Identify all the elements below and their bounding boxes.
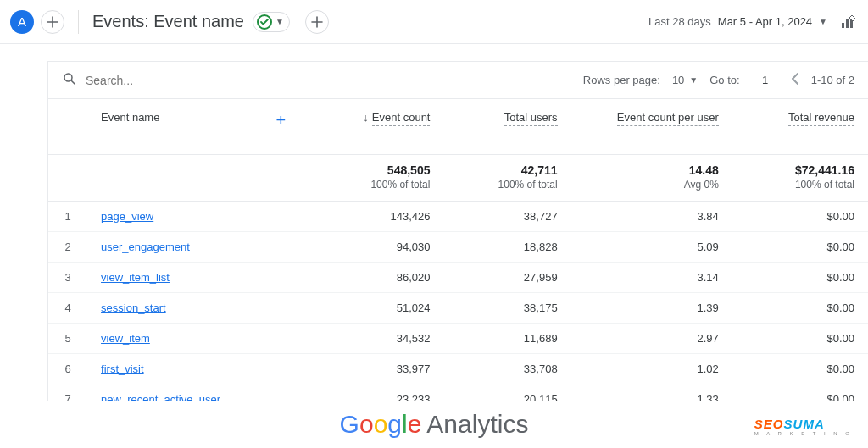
col-header-event-count-per-user[interactable]: Event count per user — [571, 99, 732, 155]
add-segment-button[interactable] — [305, 10, 329, 34]
row-index: 5 — [48, 324, 87, 354]
plus-icon — [47, 16, 58, 28]
chevron-left-icon — [791, 73, 799, 85]
event-count-cell: 51,024 — [299, 293, 443, 324]
total-users-cell: 18,828 — [443, 232, 570, 263]
watermark: SEOSUMA M A R K E T I N G — [754, 417, 853, 436]
totals-row: 548,505100% of total 42,711100% of total… — [48, 155, 868, 202]
rows-per-page-label: Rows per page: — [583, 74, 660, 86]
event-count-cell: 34,532 — [299, 324, 443, 354]
revenue-cell: $0.00 — [732, 232, 868, 263]
check-circle-icon — [257, 14, 272, 30]
svg-point-3 — [64, 74, 72, 81]
google-logo: Google — [340, 410, 422, 439]
event-link[interactable]: user_engagement — [101, 241, 190, 253]
revenue-cell: $0.00 — [732, 202, 868, 232]
table-row: 4session_start51,02438,1751.39$0.00 — [48, 293, 868, 324]
per-user-cell: 3.84 — [571, 202, 732, 232]
date-range-picker[interactable]: Last 28 days Mar 5 - Apr 1, 2024 ▼ — [648, 15, 827, 28]
col-header-total-users[interactable]: Total users — [443, 99, 570, 155]
page-range: 1-10 of 2 — [811, 74, 854, 86]
row-index: 4 — [48, 293, 87, 324]
svg-rect-0 — [842, 23, 844, 28]
prev-page-button[interactable] — [791, 71, 799, 89]
revenue-cell: $0.00 — [732, 324, 868, 354]
plus-icon — [311, 16, 323, 28]
total-users-cell: 38,175 — [443, 293, 570, 324]
event-count-cell: 94,030 — [299, 232, 443, 263]
divider — [78, 10, 79, 34]
col-header-event-count[interactable]: ↓Event count — [299, 99, 443, 155]
row-index: 2 — [48, 232, 87, 263]
svg-line-4 — [71, 80, 75, 84]
report-title-group: Events: Event name ▼ — [92, 10, 329, 34]
event-name-cell: session_start — [87, 293, 299, 324]
table-row: 3view_item_list86,02027,9593.14$0.00 — [48, 263, 868, 293]
chevron-down-icon: ▼ — [275, 17, 284, 26]
event-name-cell: page_view — [87, 202, 299, 232]
event-count-cell: 33,977 — [299, 354, 443, 384]
row-index: 6 — [48, 354, 87, 384]
svg-rect-1 — [846, 19, 849, 28]
total-users-cell: 11,689 — [443, 324, 570, 354]
per-user-cell: 5.09 — [571, 232, 732, 263]
event-link[interactable]: view_item_list — [101, 271, 170, 284]
event-name-cell: view_item — [87, 324, 299, 354]
event-name-cell: view_item_list — [87, 263, 299, 293]
table-toolbar: Rows per page: 10 ▼ Go to: 1-10 of 2 — [48, 62, 868, 99]
status-pill[interactable]: ▼ — [253, 12, 290, 32]
rows-per-page-select[interactable]: 10 ▼ — [672, 74, 698, 86]
row-index: 3 — [48, 263, 87, 293]
chart-pencil-icon — [840, 14, 857, 30]
per-user-cell: 1.39 — [571, 293, 732, 324]
revenue-cell: $0.00 — [732, 263, 868, 293]
per-user-cell: 1.02 — [571, 354, 732, 384]
footer-branding: Google Analytics — [0, 401, 868, 448]
revenue-cell: $0.00 — [732, 293, 868, 324]
revenue-cell: $0.00 — [732, 354, 868, 384]
total-users-cell: 33,708 — [443, 354, 570, 384]
table-row: 6first_visit33,97733,7081.02$0.00 — [48, 354, 868, 384]
event-link[interactable]: session_start — [101, 301, 166, 314]
goto-input[interactable] — [752, 74, 779, 87]
avatar[interactable]: A — [10, 10, 34, 34]
event-name-cell: user_engagement — [87, 232, 299, 263]
top-bar: A Events: Event name ▼ Last 28 days Mar … — [0, 0, 868, 44]
date-range-label: Last 28 days — [648, 15, 711, 28]
page-title: Events: Event name — [92, 12, 244, 31]
per-user-cell: 2.97 — [571, 324, 732, 354]
sort-desc-icon: ↓ — [363, 111, 369, 124]
search-input[interactable] — [86, 74, 255, 87]
event-link[interactable]: first_visit — [101, 362, 144, 375]
event-link[interactable]: page_view — [101, 210, 153, 223]
search-icon — [62, 71, 77, 89]
chevron-down-icon: ▼ — [819, 17, 827, 26]
rows-per-page-value: 10 — [672, 74, 684, 86]
total-users-cell: 38,727 — [443, 202, 570, 232]
dimension-header[interactable]: Event name + — [87, 99, 299, 155]
event-name-cell: first_visit — [87, 354, 299, 384]
events-table-card: Rows per page: 10 ▼ Go to: 1-10 of 2 Eve… — [47, 61, 868, 415]
row-index: 1 — [48, 202, 87, 232]
add-comparison-button[interactable] — [41, 10, 64, 34]
analytics-text: Analytics — [426, 410, 528, 439]
table-row: 2user_engagement94,03018,8285.09$0.00 — [48, 232, 868, 263]
add-dimension-button[interactable]: + — [276, 111, 287, 130]
chevron-down-icon: ▼ — [689, 75, 698, 85]
edit-report-button[interactable] — [839, 13, 858, 31]
table-row: 1page_view143,42638,7273.84$0.00 — [48, 202, 868, 232]
date-range-value: Mar 5 - Apr 1, 2024 — [718, 15, 812, 28]
events-table: Event name + ↓Event count Total users Ev… — [48, 99, 868, 415]
col-header-total-revenue[interactable]: Total revenue — [732, 99, 868, 155]
per-user-cell: 3.14 — [571, 263, 732, 293]
event-count-cell: 143,426 — [299, 202, 443, 232]
event-link[interactable]: view_item — [101, 332, 150, 345]
table-row: 5view_item34,53211,6892.97$0.00 — [48, 324, 868, 354]
goto-label: Go to: — [709, 74, 739, 86]
total-users-cell: 27,959 — [443, 263, 570, 293]
event-count-cell: 86,020 — [299, 263, 443, 293]
